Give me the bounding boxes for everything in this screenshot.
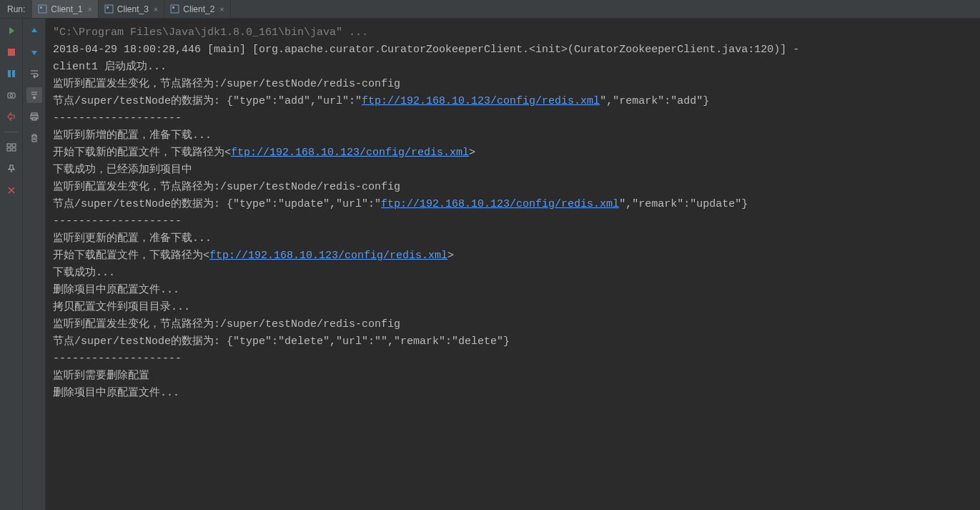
console-text: ","remark":"update"} (619, 198, 748, 210)
console-line: "C:\Program Files\Java\jdk1.8.0_161\bin\… (53, 24, 973, 41)
console-text: "C:\Program Files\Java\jdk1.8.0_161\bin\… (53, 26, 368, 39)
pin-button[interactable] (4, 161, 19, 177)
console-line: 拷贝配置文件到项目目录... (53, 299, 973, 316)
run-toolbar-secondary (23, 19, 46, 510)
svg-rect-3 (107, 6, 109, 9)
console-line: -------------------- (53, 350, 973, 368)
run-tabs: Client_1 × Client_3 × Client_2 × (32, 0, 230, 18)
console-text: 节点/super/testNode的数据为: {"type":"update",… (53, 198, 381, 210)
console-line: -------------------- (53, 213, 973, 230)
scroll-to-end-button[interactable] (26, 87, 42, 103)
console-line: 下载成功，已经添加到项目中 (53, 162, 973, 179)
console-line: 监听到需要删除配置 (53, 368, 973, 385)
console-line: 开始下载新的配置文件，下载路径为<ftp://192.168.10.123/co… (53, 144, 973, 162)
dump-threads-button[interactable] (4, 87, 19, 103)
console-line: 删除项目中原配置文件... (53, 282, 973, 299)
up-stack-button[interactable] (26, 23, 42, 39)
svg-rect-4 (171, 5, 179, 13)
close-tab-button[interactable] (4, 182, 19, 198)
run-config-icon (104, 4, 114, 14)
run-label: Run: (0, 4, 32, 14)
console-output[interactable]: "C:\Program Files\Java\jdk1.8.0_161\bin\… (46, 19, 980, 510)
tab-client-1[interactable]: Client_1 × (32, 0, 98, 18)
console-text: 2018-04-29 18:00:28,446 [main] [org.apac… (53, 44, 806, 56)
console-text: 监听到配置发生变化，节点路径为:/super/testNode/redis-co… (53, 78, 400, 90)
run-config-icon (170, 4, 179, 14)
svg-point-10 (10, 94, 13, 97)
close-icon[interactable]: × (154, 5, 158, 14)
console-link[interactable]: ftp://192.168.10.123/config/redis.xml (209, 250, 447, 262)
soft-wrap-button[interactable] (26, 66, 42, 82)
console-line: client1 启动成功... (53, 59, 973, 76)
tab-label: Client_2 (183, 4, 214, 14)
tab-label: Client_3 (117, 4, 149, 14)
console-text: 监听到需要删除配置 (53, 370, 149, 382)
svg-rect-6 (8, 49, 15, 56)
console-link[interactable]: ftp://192.168.10.123/config/redis.xml (381, 198, 619, 210)
down-stack-button[interactable] (26, 44, 42, 60)
svg-rect-11 (7, 144, 11, 147)
console-line: 开始下载配置文件，下载路径为<ftp://192.168.10.123/conf… (53, 247, 973, 265)
svg-rect-5 (172, 6, 174, 9)
console-text: 开始下载新的配置文件，下载路径为< (53, 147, 231, 159)
console-line: 删除项目中原配置文件... (53, 385, 973, 402)
svg-rect-13 (7, 148, 11, 151)
console-line: 节点/super/testNode的数据为: {"type":"update",… (53, 196, 973, 213)
svg-rect-7 (8, 70, 11, 77)
close-icon[interactable]: × (87, 5, 91, 14)
console-text: 下载成功，已经添加到项目中 (53, 164, 192, 176)
print-button[interactable] (26, 109, 42, 124)
console-line: 节点/super/testNode的数据为: {"type":"add","ur… (53, 93, 973, 110)
console-text: > (447, 250, 454, 262)
console-text: client1 启动成功... (53, 61, 167, 73)
console-line: 节点/super/testNode的数据为: {"type":"delete",… (53, 333, 973, 350)
console-text: -------------------- (53, 112, 182, 124)
main-area: "C:\Program Files\Java\jdk1.8.0_161\bin\… (0, 19, 980, 510)
stop-button[interactable] (4, 44, 19, 60)
console-line: -------------------- (53, 110, 973, 127)
console-link[interactable]: ftp://192.168.10.123/config/redis.xml (231, 147, 469, 159)
console-line: 监听到更新的配置，准备下载... (53, 230, 973, 247)
console-text: -------------------- (53, 353, 182, 365)
close-icon[interactable]: × (219, 5, 224, 14)
run-toolbar-primary (0, 19, 23, 510)
console-text: 删除项目中原配置文件... (53, 387, 179, 399)
console-text: 监听到更新的配置，准备下载... (53, 232, 212, 245)
clear-all-button[interactable] (26, 130, 42, 146)
console-text: > (469, 147, 475, 159)
tab-label: Client_1 (51, 4, 82, 14)
console-line: 监听到配置发生变化，节点路径为:/super/testNode/redis-co… (53, 76, 973, 93)
rerun-button[interactable] (4, 23, 19, 39)
tab-client-2[interactable]: Client_2 × (164, 0, 230, 18)
run-tool-window-header: Run: Client_1 × Client_3 × Client_2 × (0, 0, 980, 19)
svg-rect-12 (12, 144, 16, 147)
console-line: 监听到新增的配置，准备下载... (53, 127, 973, 144)
console-text: 监听到新增的配置，准备下载... (53, 129, 212, 142)
console-text: -------------------- (53, 215, 182, 227)
console-line: 2018-04-29 18:00:28,446 [main] [org.apac… (53, 41, 973, 59)
layout-button[interactable] (4, 139, 19, 155)
console-link[interactable]: ftp://192.168.10.123/config/redis.xml (362, 95, 600, 107)
console-text: ","remark":"add"} (600, 95, 709, 107)
console-text: 删除项目中原配置文件... (53, 284, 179, 296)
console-line: 监听到配置发生变化，节点路径为:/super/testNode/redis-co… (53, 179, 973, 196)
console-line: 监听到配置发生变化，节点路径为:/super/testNode/redis-co… (53, 316, 973, 333)
console-text: 节点/super/testNode的数据为: {"type":"add","ur… (53, 95, 362, 107)
console-text: 监听到配置发生变化，节点路径为:/super/testNode/redis-co… (53, 181, 400, 193)
svg-rect-0 (39, 5, 46, 13)
exit-button[interactable] (4, 109, 19, 124)
console-text: 开始下载配置文件，下载路径为< (53, 250, 209, 262)
svg-rect-8 (12, 70, 15, 77)
svg-rect-14 (12, 148, 16, 151)
pause-button[interactable] (4, 66, 19, 82)
console-text: 拷贝配置文件到项目目录... (53, 301, 190, 313)
run-config-icon (38, 4, 47, 14)
console-text: 下载成功... (53, 267, 115, 279)
separator (4, 132, 19, 132)
tab-client-3[interactable]: Client_3 × (99, 0, 164, 18)
console-text: 监听到配置发生变化，节点路径为:/super/testNode/redis-co… (53, 318, 400, 330)
svg-rect-1 (40, 6, 42, 9)
console-line: 下载成功... (53, 265, 973, 282)
console-text: 节点/super/testNode的数据为: {"type":"delete",… (53, 335, 510, 348)
svg-rect-2 (105, 5, 113, 13)
